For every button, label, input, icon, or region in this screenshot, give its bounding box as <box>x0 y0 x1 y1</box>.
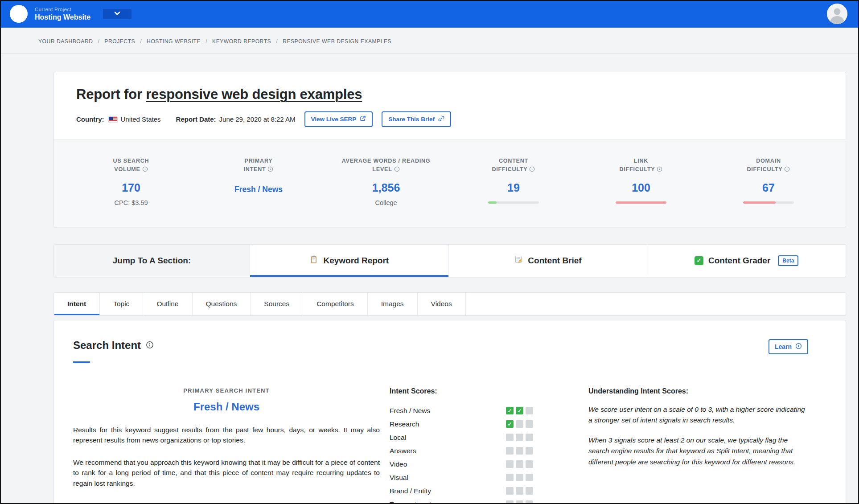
report-date-label: Report Date: <box>176 115 216 123</box>
breadcrumb-hosting-website[interactable]: HOSTING WEBSITE <box>147 38 212 45</box>
score-label: Answers <box>390 447 416 455</box>
share-brief-button[interactable]: Share This Brief <box>382 111 451 127</box>
score-empty-box <box>506 447 514 455</box>
score-check-icon: ✓ <box>506 420 514 428</box>
us-flag-icon <box>108 116 118 123</box>
tab-outline[interactable]: Outline <box>143 293 192 315</box>
external-link-icon <box>360 115 366 123</box>
tab-images[interactable]: Images <box>368 293 418 315</box>
score-row-brand-entity: Brand / Entity <box>390 484 533 498</box>
score-empty-box <box>516 487 523 495</box>
stat-value: 19 <box>450 181 577 194</box>
breadcrumb-dashboard[interactable]: YOUR DASHBOARD <box>38 38 104 45</box>
score-empty-box <box>526 434 533 441</box>
score-empty-box <box>526 447 533 455</box>
tab-label: Content Brief <box>528 256 581 266</box>
page-title: Report for responsive web design example… <box>76 86 823 102</box>
stat-average-words: AVERAGE WORDS / READING LEVEL 1,856 Coll… <box>322 157 450 206</box>
score-empty-box <box>526 474 533 481</box>
memo-icon <box>514 255 523 266</box>
link-difficulty-bar <box>616 201 666 204</box>
search-intent-heading: Search Intent <box>73 339 154 352</box>
section-navigation: Jump To A Section: Keyword Report <box>53 244 846 277</box>
score-empty-box <box>516 420 523 428</box>
report-keyword-link[interactable]: responsive web design examples <box>146 86 362 102</box>
project-logo[interactable] <box>10 5 28 23</box>
score-row-local: Local <box>390 431 533 444</box>
tab-content-grader[interactable]: ✓ Content Grader Beta <box>647 245 846 277</box>
user-avatar[interactable] <box>827 4 847 24</box>
learn-button[interactable]: Learn <box>769 339 808 354</box>
content-difficulty-bar <box>488 201 539 204</box>
score-label: Brand / Entity <box>390 487 431 495</box>
tab-label: Keyword Report <box>323 256 389 266</box>
score-label: Local <box>390 434 406 442</box>
tab-videos[interactable]: Videos <box>418 293 466 315</box>
stat-label: CONTENT DIFFICULTY <box>492 158 529 172</box>
stat-domain-difficulty: DOMAIN DIFFICULTY 67 <box>705 157 832 206</box>
score-row-fresh-news: Fresh / News✓✓ <box>390 404 533 418</box>
project-switcher-area: Current Project Hosting Website <box>0 0 132 28</box>
current-project: Current Project Hosting Website <box>35 7 90 21</box>
intent-scores-title: Intent Scores: <box>390 387 579 395</box>
clipboard-icon <box>309 255 318 266</box>
score-empty-box <box>526 500 533 504</box>
info-icon[interactable] <box>657 166 662 175</box>
score-empty-box <box>516 474 523 481</box>
stat-label: DOMAIN DIFFICULTY <box>747 158 783 172</box>
score-label: Transactional <box>390 500 431 504</box>
breadcrumb: YOUR DASHBOARDPROJECTSHOSTING WEBSITEKEY… <box>0 28 859 54</box>
info-icon[interactable] <box>784 166 790 175</box>
stat-value: 1,856 <box>322 181 450 194</box>
report-tab-bar: Intent Topic Outline Questions Sources C… <box>53 292 846 316</box>
understanding-scores-title: Understanding Intent Scores: <box>588 387 809 395</box>
tab-content-brief[interactable]: Content Brief <box>449 245 648 277</box>
score-check-icon: ✓ <box>506 407 514 414</box>
report-title-prefix: Report for <box>76 86 146 102</box>
tab-label: Content Grader <box>708 256 770 266</box>
report-summary-card: Report for responsive web design example… <box>53 72 846 227</box>
intent-recommendation-paragraph: We recommend that you approach this keyw… <box>73 457 380 489</box>
beta-badge: Beta <box>778 255 798 266</box>
primary-intent-link[interactable]: Fresh / News <box>195 185 322 194</box>
top-navigation-bar: Current Project Hosting Website <box>0 0 859 28</box>
project-switcher-button[interactable] <box>103 9 132 19</box>
active-section-indicator <box>73 361 90 363</box>
tab-topic[interactable]: Topic <box>100 293 143 315</box>
intent-description-paragraph: Results for this keyword suggest results… <box>73 425 380 446</box>
report-date-value: June 29, 2020 at 8:22 AM <box>219 115 296 123</box>
info-icon[interactable] <box>142 166 148 175</box>
breadcrumb-projects[interactable]: PROJECTS <box>104 38 147 45</box>
score-label: Research <box>390 420 419 428</box>
info-icon[interactable] <box>146 339 154 352</box>
tab-keyword-report[interactable]: Keyword Report <box>250 245 449 277</box>
view-live-serp-button[interactable]: View Live SERP <box>304 111 373 127</box>
score-empty-box <box>526 420 533 428</box>
tab-competitors[interactable]: Competitors <box>303 293 368 315</box>
info-icon[interactable] <box>267 166 273 175</box>
score-empty-box <box>526 487 533 495</box>
tab-sources[interactable]: Sources <box>251 293 303 315</box>
understanding-paragraph: When 3 signals score at least 2 on our s… <box>588 435 809 467</box>
person-icon <box>827 4 847 24</box>
tab-questions[interactable]: Questions <box>193 293 251 315</box>
primary-search-intent-value[interactable]: Fresh / News <box>73 401 380 413</box>
score-label: Visual <box>390 474 408 482</box>
score-empty-box <box>506 474 514 481</box>
current-project-label: Current Project <box>35 7 90 12</box>
score-label: Fresh / News <box>390 407 430 415</box>
stat-value: 170 <box>67 181 195 194</box>
tab-intent[interactable]: Intent <box>54 293 100 315</box>
primary-search-intent-label: PRIMARY SEARCH INTENT <box>73 387 380 394</box>
primary-intent-column: PRIMARY SEARCH INTENT Fresh / News Resul… <box>73 387 380 504</box>
breadcrumb-keyword-reports[interactable]: KEYWORD REPORTS <box>212 38 283 45</box>
score-empty-box <box>516 434 523 441</box>
info-icon[interactable] <box>394 166 400 175</box>
score-check-icon: ✓ <box>516 407 523 414</box>
score-empty-box <box>516 447 523 455</box>
stat-value: 67 <box>705 181 832 194</box>
info-icon[interactable] <box>529 166 535 175</box>
share-brief-label: Share This Brief <box>388 116 435 123</box>
understanding-paragraph: We score user intent on a scale of 0 to … <box>588 404 809 426</box>
chevron-down-icon <box>113 9 122 19</box>
